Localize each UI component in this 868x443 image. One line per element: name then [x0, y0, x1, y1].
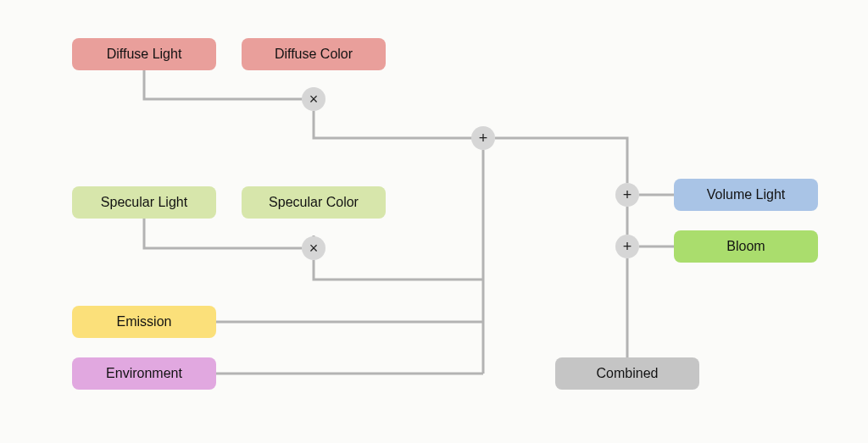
- node-diffuse-light[interactable]: Diffuse Light: [72, 38, 216, 70]
- node-diffuse-color[interactable]: Diffuse Color: [242, 38, 386, 70]
- node-label: Bloom: [726, 239, 765, 254]
- node-label: Combined: [597, 366, 659, 381]
- node-emission[interactable]: Emission: [72, 306, 216, 338]
- node-label: Volume Light: [707, 187, 786, 202]
- multiply-op-diffuse: ×: [302, 87, 326, 111]
- op-glyph: +: [479, 130, 488, 146]
- node-specular-color[interactable]: Specular Color: [242, 186, 386, 219]
- node-label: Specular Light: [101, 195, 187, 210]
- op-glyph: ×: [309, 91, 319, 107]
- node-label: Environment: [106, 366, 182, 381]
- node-label: Diffuse Color: [275, 47, 353, 62]
- add-op-bloom: +: [615, 235, 639, 258]
- add-op-volume: +: [615, 183, 639, 207]
- node-label: Emission: [117, 314, 172, 329]
- node-combined[interactable]: Combined: [555, 357, 699, 390]
- multiply-op-specular: ×: [302, 236, 326, 260]
- node-volume-light[interactable]: Volume Light: [674, 179, 818, 211]
- op-glyph: ×: [309, 241, 319, 256]
- diagram-canvas: Diffuse Light Diffuse Color Specular Lig…: [0, 0, 868, 443]
- node-label: Diffuse Light: [107, 47, 182, 62]
- node-label: Specular Color: [269, 195, 359, 210]
- node-environment[interactable]: Environment: [72, 357, 216, 390]
- op-glyph: +: [623, 239, 632, 254]
- node-bloom[interactable]: Bloom: [674, 230, 818, 263]
- add-op-main: +: [471, 126, 495, 150]
- node-specular-light[interactable]: Specular Light: [72, 186, 216, 219]
- op-glyph: +: [623, 187, 632, 202]
